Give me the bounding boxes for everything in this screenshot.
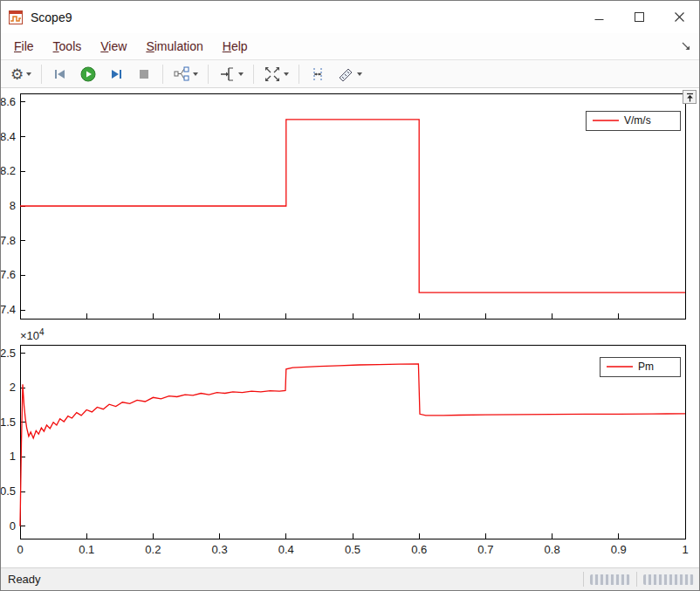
- y-tick-label: 2: [10, 381, 16, 394]
- y-tick-label: 2.5: [1, 347, 16, 360]
- x-tick-label: 0.9: [611, 543, 627, 556]
- status-artifact: [643, 574, 694, 585]
- menubar: File Tools View Simulation Help: [1, 33, 699, 59]
- status-separator: [583, 572, 584, 587]
- menu-file[interactable]: File: [4, 36, 44, 57]
- menu-file-label: F: [14, 39, 22, 53]
- maximize-icon: [635, 12, 644, 22]
- y-tick-label: 1: [10, 450, 16, 463]
- step-back-button[interactable]: [47, 63, 73, 86]
- toolbar-separator: [299, 65, 299, 84]
- status-separator: [636, 572, 637, 587]
- plot-box: [20, 345, 685, 539]
- x-tick-label: 0.5: [345, 543, 360, 556]
- menu-simulation-label: S: [146, 39, 154, 53]
- zoom-fit-icon: [264, 65, 281, 83]
- measurements-button[interactable]: [333, 63, 367, 86]
- measurements-icon: [337, 65, 354, 83]
- window-title: Scope9: [31, 10, 72, 24]
- trigger-icon: [218, 65, 236, 83]
- scope-app-icon: [9, 10, 23, 24]
- menu-help-label: H: [223, 39, 231, 53]
- legend-label: V/m/s: [624, 114, 651, 127]
- chevron-down-icon: [357, 72, 362, 76]
- y-tick-label: 8.4: [1, 130, 16, 143]
- chevron-down-icon: [238, 72, 244, 76]
- trigger-button[interactable]: [214, 63, 248, 86]
- chevron-down-icon: [284, 72, 289, 76]
- toolbar-separator: [162, 65, 163, 84]
- settings-button[interactable]: ⚙: [6, 63, 36, 86]
- settings-gear-icon: ⚙: [10, 65, 24, 83]
- maximize-button[interactable]: [619, 1, 659, 33]
- status-artifact: [590, 574, 630, 585]
- run-icon: [79, 65, 97, 83]
- charts-canvas[interactable]: 7.47.67.888.28.48.6V/m/s00.511.522.500.1…: [1, 88, 699, 569]
- menu-view[interactable]: View: [91, 36, 136, 57]
- step-forward-button[interactable]: [103, 63, 129, 86]
- x-tick-label: 0.2: [145, 543, 161, 556]
- x-tick-label: 0.8: [545, 543, 560, 556]
- stop-icon: [135, 65, 153, 83]
- y-tick-label: 0: [10, 519, 16, 533]
- expand-axes-button[interactable]: [683, 90, 697, 104]
- status-text: Ready: [1, 573, 41, 586]
- menu-tools[interactable]: Tools: [44, 36, 92, 57]
- menu-help[interactable]: Help: [213, 36, 257, 57]
- figure-area: 7.47.67.888.28.48.6V/m/s00.511.522.500.1…: [1, 88, 699, 569]
- toolbar-separator: [253, 65, 254, 84]
- toolbar-separator: [41, 65, 42, 84]
- statusbar: Ready: [1, 567, 699, 590]
- x-tick-label: 0: [17, 543, 23, 556]
- zoom-fit-button[interactable]: [259, 63, 293, 86]
- x-tick-label: 0.1: [79, 543, 94, 556]
- cursor-measurements-icon: [309, 65, 326, 83]
- minimize-button[interactable]: [579, 1, 619, 33]
- titlebar[interactable]: Scope9: [1, 1, 699, 33]
- y-tick-label: 8: [10, 199, 16, 212]
- y-tick-label: 0.5: [1, 484, 16, 498]
- y-axis-exponent-label: ×104: [20, 327, 45, 342]
- signal-selector-icon: [173, 65, 190, 83]
- toolbar-separator: [208, 65, 209, 84]
- menu-view-label: V: [100, 39, 108, 53]
- minimize-icon: [594, 12, 604, 22]
- x-tick-label: 0.6: [411, 543, 427, 556]
- run-button[interactable]: [75, 63, 101, 86]
- close-button[interactable]: [659, 1, 699, 33]
- scope-window: Scope9 File Tools View Simulation Help ⚙: [0, 0, 700, 591]
- step-back-icon: [51, 65, 69, 83]
- chevron-down-icon: [193, 72, 198, 76]
- y-tick-label: 1.5: [1, 416, 16, 429]
- x-tick-label: 0.7: [477, 543, 493, 556]
- menu-tools-label: T: [53, 39, 59, 53]
- signal-selector-button[interactable]: [168, 63, 202, 86]
- y-tick-label: 7.6: [1, 268, 16, 281]
- x-tick-label: 0.3: [212, 543, 228, 556]
- y-tick-label: 7.8: [1, 234, 16, 247]
- menu-simulation[interactable]: Simulation: [136, 36, 212, 57]
- dock-scope-icon[interactable]: [680, 40, 692, 52]
- y-tick-label: 8.6: [1, 95, 16, 108]
- legend-label: Pm: [638, 361, 654, 373]
- close-icon: [675, 12, 684, 22]
- x-tick-label: 0.4: [278, 543, 294, 556]
- chevron-down-icon: [26, 72, 31, 76]
- toolbar: ⚙: [1, 59, 699, 88]
- stop-button[interactable]: [131, 63, 157, 86]
- expand-up-icon: [684, 92, 696, 103]
- y-tick-label: 8.2: [1, 164, 16, 177]
- step-forward-icon: [107, 65, 125, 83]
- y-tick-label: 7.4: [1, 303, 16, 316]
- cursor-measurements-button[interactable]: [305, 63, 331, 86]
- x-tick-label: 1: [682, 543, 688, 556]
